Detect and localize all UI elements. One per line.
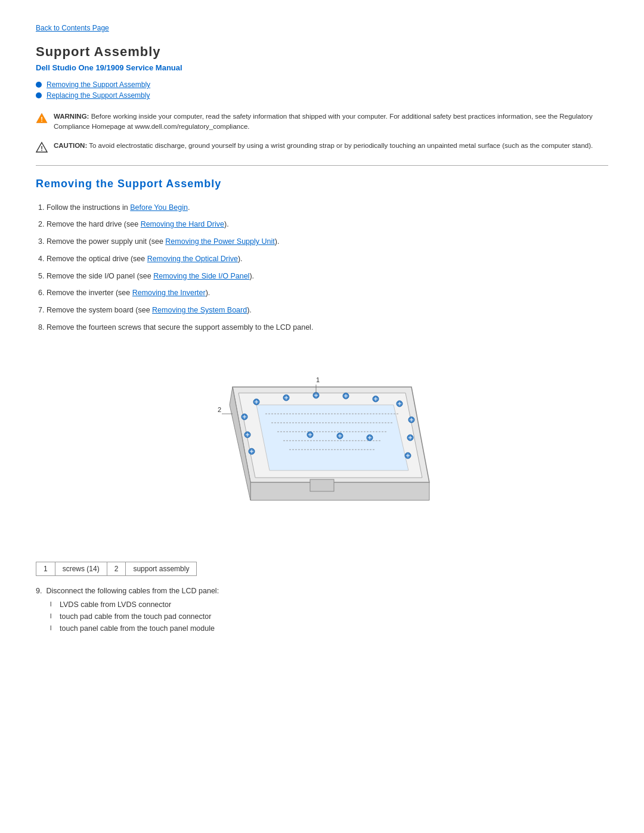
toc-dot-1: [36, 82, 42, 88]
step-2: Remove the hard drive (see Removing the …: [36, 219, 608, 230]
step-3: Remove the power supply unit (see Removi…: [36, 236, 608, 247]
warning-text: WARNING: Before working inside your comp…: [54, 112, 608, 132]
caution-icon: !: [36, 141, 48, 153]
step-9-body: Disconnect the following cables from the…: [46, 587, 219, 595]
step-3-text: Remove the power supply unit (see: [47, 237, 165, 246]
step-6: Remove the inverter (see Removing the In…: [36, 287, 608, 299]
step-8-text: Remove the fourteen screws that secure t…: [47, 323, 313, 332]
toc-item-2: Replacing the Support Assembly: [36, 91, 608, 100]
sub-item-1: LVDS cable from LVDS connector: [50, 599, 608, 611]
step-6-link[interactable]: Removing the Inverter: [132, 289, 206, 297]
step-9-sublist: LVDS cable from LVDS connector touch pad…: [50, 599, 608, 634]
diagram-container: 1 2: [36, 345, 608, 550]
step-7-text: Remove the system board (see: [47, 306, 152, 314]
step-1-link[interactable]: Before You Begin: [130, 203, 188, 212]
svg-text:2: 2: [218, 406, 221, 413]
step-7: Remove the system board (see Removing th…: [36, 305, 608, 316]
step-2-link[interactable]: Removing the Hard Drive: [141, 220, 224, 228]
svg-text:!: !: [41, 145, 43, 152]
step-1-text: Follow the instructions in: [47, 203, 130, 212]
toc-container: Removing the Support Assembly Replacing …: [36, 80, 608, 100]
parts-table: 1 screws (14) 2 support assembly: [36, 562, 197, 576]
step-4-text: Remove the optical drive (see: [47, 255, 147, 263]
step-9-container: 9. Disconnect the following cables from …: [36, 587, 608, 634]
step-9-num: 9: [36, 587, 40, 595]
removing-section-title: Removing the Support Assembly: [36, 178, 608, 190]
svg-marker-8: [256, 405, 408, 470]
svg-rect-61: [310, 479, 334, 491]
step-4-link[interactable]: Removing the Optical Drive: [147, 255, 238, 263]
table-num-1: 1: [36, 562, 55, 575]
warning-body: Before working inside your computer, rea…: [54, 113, 593, 130]
toc-item-1: Removing the Support Assembly: [36, 80, 608, 89]
page-subtitle: Dell Studio One 19/1909 Service Manual: [36, 63, 608, 72]
step-5: Remove the side I/O panel (see Removing …: [36, 271, 608, 282]
svg-text:1: 1: [316, 376, 320, 383]
step-5-link[interactable]: Removing the Side I/O Panel: [153, 272, 249, 280]
step-7-link[interactable]: Removing the System Board: [152, 306, 247, 314]
warning-label: WARNING:: [54, 113, 89, 120]
caution-label: CAUTION:: [54, 142, 87, 149]
svg-marker-5: [250, 482, 429, 500]
toc-dot-2: [36, 92, 42, 98]
back-to-contents-link[interactable]: Back to Contents Page: [36, 24, 608, 32]
step-1: Follow the instructions in Before You Be…: [36, 202, 608, 213]
toc-link-replacing[interactable]: Replacing the Support Assembly: [47, 91, 150, 100]
table-num-2: 2: [107, 562, 126, 575]
page-title: Support Assembly: [36, 44, 608, 60]
warning-box: ! WARNING: Before working inside your co…: [36, 112, 608, 132]
steps-list: Follow the instructions in Before You Be…: [36, 202, 608, 333]
caution-text: CAUTION: To avoid electrostatic discharg…: [54, 141, 593, 151]
table-label-2: support assembly: [126, 562, 197, 575]
sub-item-3: touch panel cable from the touch panel m…: [50, 623, 608, 634]
warning-icon: !: [36, 112, 48, 124]
step-3-link[interactable]: Removing the Power Supply Unit: [165, 237, 274, 246]
diagram-svg: 1 2: [197, 345, 447, 548]
table-row-1: 1 screws (14) 2 support assembly: [36, 562, 197, 575]
table-label-1: screws (14): [55, 562, 107, 575]
section-divider: [36, 165, 608, 166]
caution-box: ! CAUTION: To avoid electrostatic discha…: [36, 141, 608, 153]
step-8: Remove the fourteen screws that secure t…: [36, 322, 608, 333]
step-4: Remove the optical drive (see Removing t…: [36, 253, 608, 265]
toc-link-removing[interactable]: Removing the Support Assembly: [47, 80, 150, 89]
step-5-text: Remove the side I/O panel (see: [47, 272, 153, 280]
assembly-diagram: 1 2: [197, 345, 447, 548]
step-9-text: 9. Disconnect the following cables from …: [36, 587, 608, 595]
step-2-text: Remove the hard drive (see: [47, 220, 141, 228]
step-6-text: Remove the inverter (see: [47, 289, 132, 297]
caution-body: To avoid electrostatic discharge, ground…: [89, 142, 593, 149]
sub-item-2: touch pad cable from the touch pad conne…: [50, 611, 608, 623]
svg-text:!: !: [41, 116, 43, 123]
